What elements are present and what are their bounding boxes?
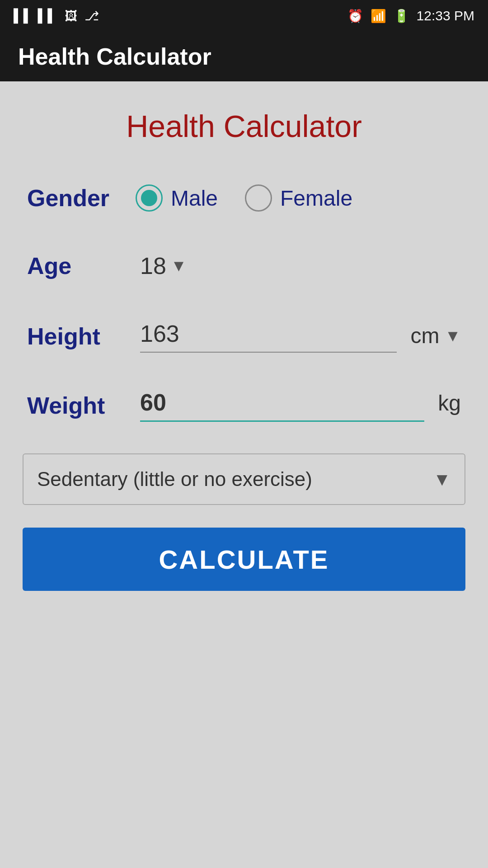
age-value: 18	[140, 252, 166, 279]
height-row: Height cm ▼	[23, 302, 465, 371]
main-content: Health Calculator Gender Male Female Age…	[0, 81, 488, 868]
gender-label: Gender	[27, 184, 127, 212]
usb-icon: ⎇	[84, 9, 99, 24]
height-input-wrapper	[140, 320, 397, 353]
age-dropdown[interactable]: 18 ▼	[140, 248, 187, 284]
height-input-container: cm ▼	[140, 320, 461, 353]
gender-male-option[interactable]: Male	[136, 184, 218, 212]
height-input[interactable]	[140, 320, 397, 353]
battery-icon: 🔋	[394, 9, 409, 24]
gender-radio-group: Male Female	[136, 184, 461, 212]
wifi-icon: 📶	[371, 9, 386, 24]
app-bar-title: Health Calculator	[18, 43, 211, 70]
height-unit-arrow-icon: ▼	[445, 326, 461, 345]
status-time: 12:33 PM	[417, 8, 474, 24]
weight-unit-text: kg	[438, 391, 461, 422]
alarm-icon: ⏰	[347, 9, 363, 24]
weight-label: Weight	[27, 392, 127, 419]
gender-male-label: Male	[171, 186, 218, 211]
page-title: Health Calculator	[23, 108, 465, 144]
gender-male-radio[interactable]	[136, 184, 163, 212]
weight-row: Weight kg	[23, 371, 465, 440]
activity-dropdown-arrow-icon: ▼	[433, 469, 451, 490]
age-label: Age	[27, 252, 127, 279]
status-bar: ▌▌ ▌▌ 🖼 ⎇ ⏰ 📶 🔋 12:33 PM	[0, 0, 488, 32]
signal-icon: ▌▌ ▌▌	[14, 9, 57, 23]
app-bar: Health Calculator	[0, 32, 488, 81]
gender-row: Gender Male Female	[23, 166, 465, 230]
gallery-icon: 🖼	[65, 9, 77, 24]
gender-female-radio[interactable]	[245, 184, 272, 212]
weight-input-container: kg	[140, 389, 461, 422]
age-row: Age 18 ▼	[23, 230, 465, 302]
status-bar-left: ▌▌ ▌▌ 🖼 ⎇	[14, 9, 99, 24]
activity-dropdown[interactable]: Sedentary (little or no exercise) ▼	[23, 453, 465, 505]
height-unit-dropdown[interactable]: cm ▼	[410, 323, 461, 353]
age-dropdown-arrow-icon: ▼	[171, 256, 187, 275]
calculate-button[interactable]: CALCULATE	[23, 528, 465, 591]
height-unit-text: cm	[410, 323, 439, 348]
activity-text: Sedentary (little or no exercise)	[37, 468, 312, 491]
status-bar-right: ⏰ 📶 🔋 12:33 PM	[347, 8, 474, 24]
gender-female-label: Female	[280, 186, 352, 211]
weight-input-wrapper	[140, 389, 424, 422]
gender-female-option[interactable]: Female	[245, 184, 352, 212]
weight-input[interactable]	[140, 389, 424, 422]
height-label: Height	[27, 323, 127, 350]
